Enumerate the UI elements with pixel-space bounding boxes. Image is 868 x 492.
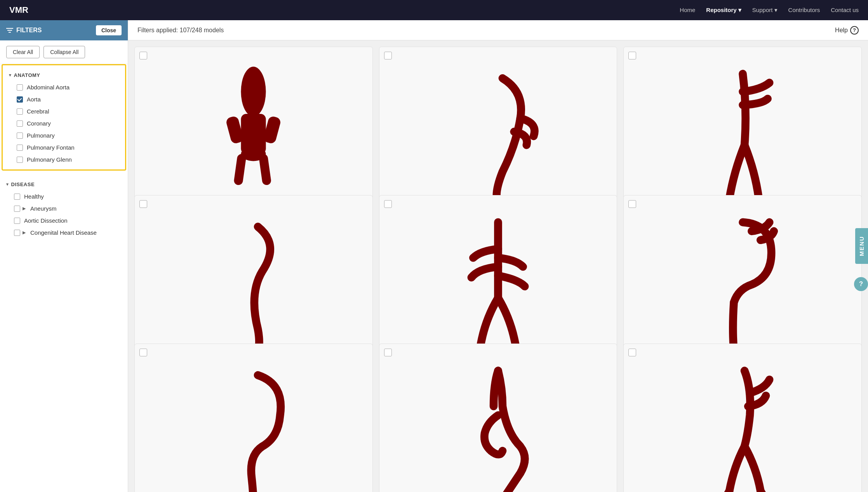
checkbox-aortic-dissection[interactable] (14, 218, 20, 224)
filter-pulmonary-glenn[interactable]: Pulmonary Glenn (3, 154, 125, 166)
filter-aortic-dissection[interactable]: Aortic Dissection (0, 215, 128, 227)
card-checkbox-6[interactable] (628, 200, 636, 208)
anatomy-chevron: ▾ (9, 73, 12, 78)
checkbox-abdominal-aorta[interactable] (17, 84, 23, 91)
card-checkbox-7[interactable] (139, 349, 147, 356)
model-image-4 (182, 213, 325, 356)
model-image-7 (182, 362, 325, 492)
anatomy-section-header[interactable]: ▾ ANATOMY (3, 69, 125, 81)
model-image-1 (182, 65, 325, 208)
anatomy-section: ▾ ANATOMY Abdominal Aorta Aorta Cerebral (2, 64, 126, 171)
checkbox-aneurysm[interactable] (14, 206, 20, 212)
filter-pulmonary-fontan[interactable]: Pulmonary Fontan (3, 141, 125, 154)
nav-support[interactable]: Support ▾ (752, 7, 778, 14)
model-image-6 (671, 213, 814, 356)
svg-point-3 (241, 66, 266, 116)
label-aortic-dissection: Aortic Dissection (24, 217, 68, 224)
disease-label: DISEASE (11, 181, 35, 187)
label-healthy: Healthy (24, 193, 44, 200)
navbar: VMR Home Repository ▾ Support ▾ Contribu… (0, 0, 868, 20)
label-pulmonary-fontan: Pulmonary Fontan (27, 144, 75, 151)
disease-chevron: ▾ (6, 182, 9, 187)
sidebar-header: FILTERS Close (0, 20, 128, 40)
help-button[interactable]: Help ? (835, 26, 859, 35)
svg-rect-9 (259, 154, 272, 186)
label-pulmonary: Pulmonary (27, 132, 55, 139)
model-image-2 (427, 65, 569, 208)
filter-coronary[interactable]: Coronary (3, 117, 125, 129)
label-coronary: Coronary (27, 120, 51, 127)
checkbox-aorta[interactable] (17, 96, 23, 103)
sidebar-actions: Clear All Collapse All (0, 40, 128, 64)
clear-all-button[interactable]: Clear All (6, 46, 40, 58)
filter-cerebral[interactable]: Cerebral (3, 105, 125, 117)
filter-aorta[interactable]: Aorta (3, 93, 125, 105)
sidebar-scroll: ▾ ANATOMY Abdominal Aorta Aorta Cerebral (0, 64, 128, 492)
model-card-8[interactable] (379, 344, 618, 492)
collapse-all-button[interactable]: Collapse All (43, 46, 85, 58)
model-image-5 (427, 213, 569, 356)
content-header: Filters applied: 107/248 models Help ? (128, 20, 868, 40)
checkbox-pulmonary-glenn[interactable] (17, 157, 23, 163)
model-card-7[interactable] (134, 344, 373, 492)
checkbox-healthy[interactable] (14, 194, 20, 200)
card-checkbox-2[interactable] (384, 52, 392, 59)
app-container: FILTERS Close Clear All Collapse All ▾ A… (0, 20, 868, 492)
content-area: Filters applied: 107/248 models Help ? (128, 20, 868, 492)
filter-abdominal-aorta[interactable]: Abdominal Aorta (3, 81, 125, 93)
menu-tab[interactable]: MENU (855, 228, 868, 264)
filter-healthy[interactable]: Healthy (0, 190, 128, 202)
checkbox-pulmonary-fontan[interactable] (17, 145, 23, 151)
card-checkbox-9[interactable] (628, 349, 636, 356)
card-checkbox-8[interactable] (384, 349, 392, 356)
congenital-expand-icon[interactable]: ▶ (23, 230, 28, 235)
card-checkbox-4[interactable] (139, 200, 147, 208)
nav-links: Home Repository ▾ Support ▾ Contributors… (680, 7, 859, 14)
label-congenital-heart-disease: Congenital Heart Disease (30, 229, 97, 236)
filter-aneurysm[interactable]: ▶ Aneurysm (0, 202, 128, 215)
label-aorta: Aorta (27, 96, 41, 103)
anatomy-label: ANATOMY (14, 72, 40, 78)
models-grid (128, 40, 868, 492)
checkbox-coronary[interactable] (17, 120, 23, 127)
model-image-9 (671, 362, 814, 492)
help-label: Help (835, 27, 848, 34)
brand-logo[interactable]: VMR (9, 5, 28, 15)
label-pulmonary-glenn: Pulmonary Glenn (27, 156, 72, 163)
filter-congenital-heart-disease[interactable]: ▶ Congenital Heart Disease (0, 227, 128, 239)
aneurysm-expand-icon[interactable]: ▶ (23, 206, 28, 211)
card-checkbox-1[interactable] (139, 52, 147, 59)
model-card-9[interactable] (623, 344, 862, 492)
help-side-button[interactable]: ? (854, 277, 868, 291)
disease-section: ▾ DISEASE Healthy ▶ Aneurysm Aortic Diss… (0, 174, 128, 243)
svg-rect-8 (233, 154, 247, 186)
card-checkbox-5[interactable] (384, 200, 392, 208)
close-sidebar-button[interactable]: Close (96, 25, 122, 35)
filter-pulmonary[interactable]: Pulmonary (3, 129, 125, 141)
nav-repository[interactable]: Repository ▾ (706, 7, 741, 14)
label-aneurysm: Aneurysm (30, 205, 57, 212)
card-checkbox-3[interactable] (628, 52, 636, 59)
disease-section-header[interactable]: ▾ DISEASE (0, 178, 128, 190)
model-image-8 (427, 362, 569, 492)
label-abdominal-aorta: Abdominal Aorta (27, 84, 70, 91)
label-cerebral: Cerebral (27, 108, 49, 115)
filters-applied-text: Filters applied: 107/248 models (137, 27, 224, 34)
nav-contributors[interactable]: Contributors (788, 7, 820, 14)
checkbox-congenital-heart[interactable] (14, 230, 20, 236)
help-icon[interactable]: ? (850, 26, 859, 35)
nav-contact[interactable]: Contact us (831, 7, 859, 14)
sidebar-title: FILTERS (6, 27, 42, 34)
filter-icon (6, 28, 13, 33)
checkbox-pulmonary[interactable] (17, 133, 23, 139)
checkbox-cerebral[interactable] (17, 108, 23, 115)
nav-home[interactable]: Home (680, 7, 695, 14)
sidebar: FILTERS Close Clear All Collapse All ▾ A… (0, 20, 128, 492)
model-image-3 (671, 65, 814, 208)
